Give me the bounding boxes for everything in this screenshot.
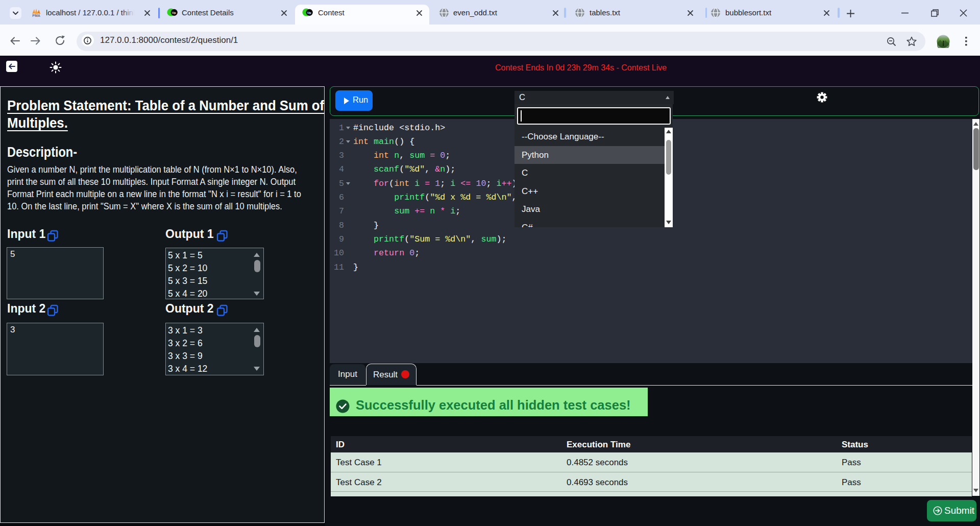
svg-text:Up: Up	[307, 11, 311, 14]
svg-text:Up: Up	[172, 11, 176, 14]
svg-text:PMA: PMA	[32, 14, 40, 17]
